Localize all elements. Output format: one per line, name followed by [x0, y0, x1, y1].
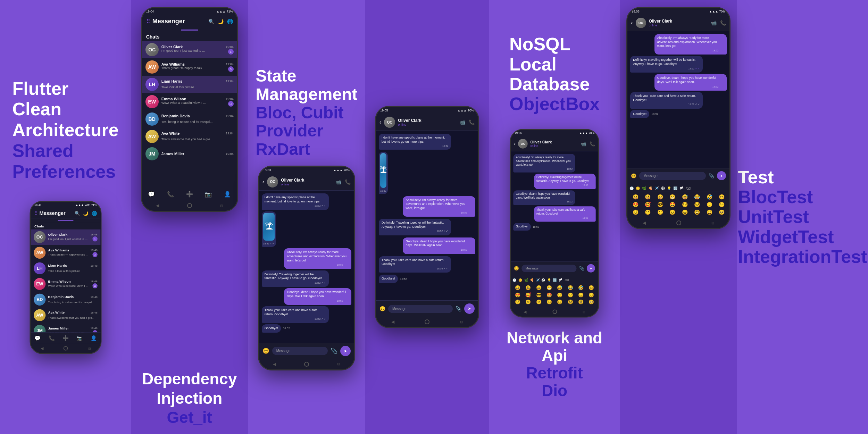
chat-item-benjamin[interactable]: BD Benjamin Davis 18:48 Yes, being in na… [31, 292, 101, 308]
emoji-2[interactable]: 😃 [523, 285, 533, 291]
emoji-17[interactable]: 😟 [513, 299, 523, 305]
nav-back-nosql[interactable]: ◀ [524, 310, 526, 314]
er-7[interactable]: 🤣 [703, 193, 715, 200]
send-button[interactable]: ➤ [340, 346, 351, 356]
emoji-1[interactable]: 😀 [513, 285, 523, 291]
er-23[interactable]: 😩 [703, 209, 715, 216]
chat-item-avawhite[interactable]: AW Ava White 18:48 That's awesome that y… [31, 308, 101, 323]
er-21[interactable]: 😖 [679, 209, 691, 216]
nav-recents-nosql[interactable]: ⊟ [583, 310, 585, 314]
er-2[interactable]: 😃 [642, 193, 654, 200]
attach-nosql[interactable]: 📎 [579, 266, 584, 271]
input-nosql[interactable]: Message [521, 265, 576, 272]
emoji-18[interactable]: 😕 [523, 299, 533, 305]
nav-back-chat[interactable]: ◀ [273, 362, 276, 367]
emoji-tab-objects[interactable]: 💡 [547, 278, 551, 282]
chat-item-liam[interactable]: LH Liam Harris 18:48 Take a look at this… [31, 261, 101, 276]
chat-item-oliver[interactable]: OC Oliver Clark 18:48 I'm good too. I ju… [31, 229, 101, 245]
er-5[interactable]: 😅 [679, 193, 691, 200]
phone-nosql[interactable]: 📞 [590, 141, 595, 147]
video-nosql[interactable]: 📹 [581, 141, 586, 147]
attachment-btn-cs2[interactable]: 📎 [456, 306, 461, 311]
emoji-tab-symbols[interactable]: 🔣 [553, 278, 557, 282]
send-right[interactable]: ➤ [717, 171, 726, 180]
emoji-13[interactable]: 😏 [555, 292, 565, 298]
back-btn-chat[interactable]: ‹ [262, 179, 264, 185]
er-4[interactable]: 😁 [667, 193, 678, 200]
er-10[interactable]: 🥰 [642, 201, 654, 208]
emoji-20[interactable]: 😣 [544, 299, 554, 305]
emoji-tab-travel[interactable]: ✈️ [536, 278, 540, 282]
emoji-12[interactable]: 🤩 [544, 292, 554, 298]
et-r5[interactable]: ✈️ [654, 186, 659, 190]
moon-icon-dark[interactable]: 🌙 [218, 19, 224, 24]
globe-icon-dark[interactable]: 🌐 [227, 19, 233, 24]
nav-home-btn[interactable] [64, 346, 68, 351]
er-14[interactable]: 😒 [691, 201, 703, 208]
phone-icon-cs2[interactable]: 📞 [469, 119, 475, 125]
emoji-4[interactable]: 😁 [544, 285, 554, 291]
chat-item-avawhite-d[interactable]: AW Ava White19:04 That's awesome that yo… [142, 128, 237, 145]
et-r8[interactable]: 🔣 [673, 186, 677, 190]
emoji-14[interactable]: 😒 [565, 292, 575, 298]
chat-item-james[interactable]: JM James Miller 18:48 After the forest, … [31, 323, 101, 333]
nav-profile-icon[interactable]: 👤 [90, 335, 97, 341]
nav-add-icon[interactable]: ➕ [62, 335, 69, 341]
et-r9[interactable]: 🏳️ [679, 186, 684, 190]
moon-icon[interactable]: 🌙 [83, 211, 88, 216]
er-24[interactable]: 🥺 [716, 209, 728, 216]
et-r6[interactable]: ⚽ [661, 186, 665, 190]
er-11[interactable]: 😎 [654, 201, 666, 208]
nav-home-nosql[interactable] [552, 310, 557, 314]
back-btn-cs2[interactable]: ‹ [379, 119, 381, 125]
emoji-right[interactable]: 😊 [631, 173, 636, 178]
nav-phone-icon[interactable]: 📞 [48, 335, 55, 341]
nav-profile-icon-d[interactable]: 👤 [224, 191, 231, 198]
et-r10[interactable]: ⌫ [686, 186, 691, 190]
emoji-5[interactable]: 😅 [555, 285, 565, 291]
chat-item-james-d[interactable]: JM James Miller19:04 [142, 145, 237, 162]
nav-home-d[interactable] [187, 203, 192, 208]
emoji-tab-flags[interactable]: 🏳️ [559, 278, 562, 282]
er-16[interactable]: 😔 [716, 201, 728, 208]
er-15[interactable]: 😞 [703, 201, 715, 208]
et-r4[interactable]: 🍕 [648, 186, 652, 190]
er-6[interactable]: 😂 [691, 193, 703, 200]
nav-chat-icon[interactable]: 💬 [34, 335, 41, 341]
emoji-9[interactable]: 😍 [513, 292, 523, 298]
er-18[interactable]: 😕 [642, 209, 654, 216]
video-call-icon[interactable]: 📹 [335, 179, 341, 185]
emoji-15[interactable]: 😞 [576, 292, 586, 298]
emoji-6[interactable]: 😂 [565, 285, 575, 291]
er-9[interactable]: 😍 [629, 201, 641, 208]
nav-back-d[interactable]: ◀ [156, 203, 159, 208]
nav-recents-chat[interactable]: ⊟ [337, 362, 340, 366]
globe-icon[interactable]: 🌐 [91, 211, 97, 216]
message-input-cs2[interactable]: Message [388, 305, 453, 313]
phone-call-icon[interactable]: 📞 [345, 179, 351, 185]
et-r2[interactable]: 😊 [636, 186, 640, 190]
nav-back-cs2[interactable]: ◀ [391, 319, 394, 324]
search-icon-dark[interactable]: 🔍 [208, 19, 214, 24]
er-1[interactable]: 😀 [629, 193, 641, 200]
search-icon[interactable]: 🔍 [75, 211, 80, 216]
nav-home-chat[interactable] [304, 362, 309, 367]
er-3[interactable]: 😄 [654, 193, 666, 200]
emoji-24[interactable]: 🥺 [586, 299, 596, 305]
nav-camera-icon-d[interactable]: 📷 [205, 191, 212, 198]
attachment-btn[interactable]: 📎 [331, 348, 337, 354]
chat-item-emma[interactable]: EW Emma Wilson 18:48 Wow! What a beautif… [31, 276, 101, 292]
emoji-tab-nature[interactable]: 🌿 [524, 278, 528, 282]
emoji-3[interactable]: 😄 [534, 285, 544, 291]
emoji-nosql[interactable]: 😊 [514, 266, 519, 271]
chat-item-oliver-d[interactable]: OC Oliver Clark19:04 I'm good too. I jus… [142, 41, 237, 58]
emoji-21[interactable]: 😖 [555, 299, 565, 305]
nav-camera-icon[interactable]: 📷 [76, 335, 83, 341]
emoji-19[interactable]: 🙁 [534, 299, 544, 305]
et-r3[interactable]: 🌿 [642, 186, 646, 190]
input-right[interactable]: Message [639, 172, 706, 180]
emoji-tab-food[interactable]: 🍕 [530, 278, 534, 282]
chat-item-liam-d[interactable]: LH Liam Harris19:04 Take look at this pi… [142, 76, 237, 93]
er-12[interactable]: 🤩 [667, 201, 678, 208]
emoji-16[interactable]: 😔 [586, 292, 596, 298]
